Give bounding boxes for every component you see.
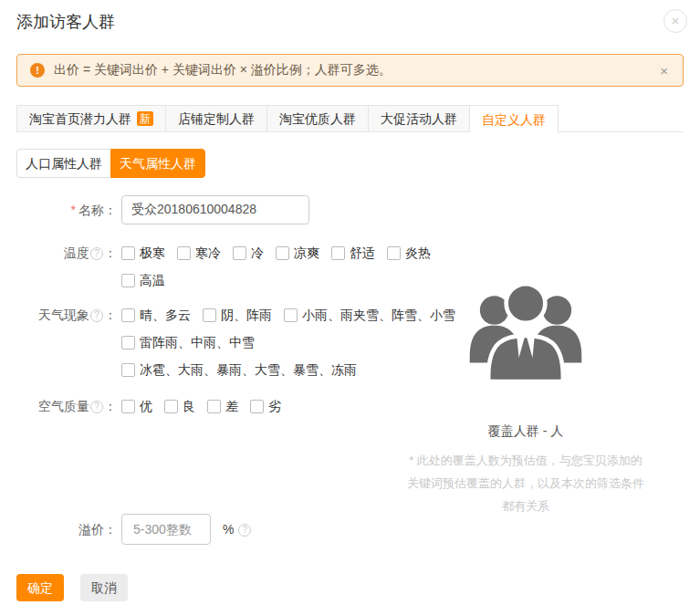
checkbox-option[interactable]: 良	[164, 397, 195, 415]
checkbox-option[interactable]: 优	[121, 397, 152, 415]
tab-custom-audience[interactable]: 自定义人群	[469, 105, 559, 132]
air-quality-label: 空气质量?：	[16, 397, 117, 415]
name-row: *名称：	[16, 195, 684, 224]
bid-notice-text: 出价 = 关键词出价 + 关键词出价 × 溢价比例；人群可多选。	[54, 62, 658, 78]
checkbox-icon[interactable]	[121, 274, 135, 287]
help-icon[interactable]: ?	[238, 524, 251, 537]
coverage-caption: 覆盖人群 - 人	[406, 423, 645, 440]
dialog-close-icon[interactable]: ×	[663, 9, 687, 33]
checkbox-option[interactable]: 舒适	[331, 244, 375, 262]
tab-label: 淘宝优质人群	[279, 106, 356, 131]
required-mark: *	[71, 203, 76, 217]
checkbox-option[interactable]: 炎热	[387, 244, 431, 262]
checkbox-icon[interactable]	[387, 246, 401, 260]
checkbox-option[interactable]: 寒冷	[177, 244, 221, 262]
checkbox-option[interactable]: 冰雹、大雨、暴雨、大雪、暴雪、冻雨	[121, 360, 357, 379]
checkbox-icon[interactable]	[121, 336, 135, 349]
checkbox-icon[interactable]	[177, 246, 191, 260]
checkbox-icon[interactable]	[250, 400, 264, 413]
premium-row: 溢价： % ?	[16, 514, 684, 545]
checkbox-icon[interactable]	[284, 308, 298, 322]
checkbox-option[interactable]: 差	[207, 397, 238, 415]
checkbox-icon[interactable]	[121, 400, 135, 413]
checkbox-option[interactable]: 阴、阵雨	[203, 306, 272, 324]
dialog-footer: 确定 取消	[16, 574, 684, 601]
percent-unit: %	[223, 522, 234, 537]
temperature-options-row-1: 极寒 寒冷 冷 凉爽 舒适 炎热	[121, 244, 431, 262]
checkbox-option[interactable]: 冷	[233, 244, 264, 262]
audience-tabs: 淘宝首页潜力人群 新 店铺定制人群 淘宝优质人群 大促活动人群 自定义人群	[16, 105, 684, 132]
tab-label: 店铺定制人群	[178, 106, 255, 131]
confirm-button[interactable]: 确定	[16, 574, 64, 601]
warning-icon: !	[30, 63, 45, 78]
help-icon[interactable]: ?	[90, 309, 103, 322]
checkbox-icon[interactable]	[331, 246, 345, 260]
checkbox-option[interactable]: 劣	[250, 397, 281, 415]
tab-label: 大促活动人群	[381, 106, 457, 131]
bid-notice-banner: ! 出价 = 关键词出价 + 关键词出价 × 溢价比例；人群可多选。 ×	[16, 54, 684, 87]
checkbox-icon[interactable]	[207, 400, 221, 413]
checkbox-icon[interactable]	[121, 363, 135, 377]
people-group-icon	[466, 274, 585, 381]
tab-shop-custom[interactable]: 店铺定制人群	[165, 105, 267, 131]
temperature-label: 温度?：	[16, 244, 117, 262]
add-visitor-audience-dialog: 添加访客人群 × ! 出价 = 关键词出价 + 关键词出价 × 溢价比例；人群可…	[0, 0, 700, 605]
checkbox-icon[interactable]	[233, 246, 246, 260]
close-icon: ×	[672, 13, 680, 28]
help-icon[interactable]: ?	[90, 247, 103, 260]
subtab-weather[interactable]: 天气属性人群	[110, 149, 205, 178]
air-quality-options: 优 良 差 劣	[121, 397, 281, 415]
name-label: *名称：	[16, 195, 117, 224]
new-badge: 新	[137, 111, 153, 126]
custom-audience-subtabs: 人口属性人群 天气属性人群	[16, 149, 205, 178]
help-icon[interactable]: ?	[90, 401, 103, 413]
banner-close-icon[interactable]: ×	[658, 63, 670, 78]
checkbox-option[interactable]: 高温	[121, 271, 165, 289]
temperature-options-row-2: 高温	[121, 271, 431, 289]
checkbox-option[interactable]: 凉爽	[276, 244, 319, 262]
subtab-demographic[interactable]: 人口属性人群	[16, 149, 111, 178]
page-title: 添加访客人群	[16, 11, 684, 33]
checkbox-icon[interactable]	[276, 246, 289, 260]
checkbox-option[interactable]: 极寒	[121, 244, 165, 262]
dialog-header: 添加访客人群 ×	[16, 11, 684, 33]
tab-label: 自定义人群	[482, 107, 546, 132]
checkbox-icon[interactable]	[121, 246, 135, 260]
checkbox-icon[interactable]	[121, 308, 135, 322]
checkbox-icon[interactable]	[164, 400, 178, 413]
tab-label: 淘宝首页潜力人群	[29, 106, 131, 131]
checkbox-option[interactable]: 晴、多云	[121, 306, 191, 324]
tab-taobao-homepage-potential[interactable]: 淘宝首页潜力人群 新	[16, 105, 166, 131]
tab-promo-event[interactable]: 大促活动人群	[368, 105, 470, 131]
checkbox-icon[interactable]	[203, 308, 216, 322]
weather-phenomenon-label: 天气现象?：	[16, 306, 117, 324]
premium-label: 溢价：	[16, 514, 117, 545]
tab-taobao-premium[interactable]: 淘宝优质人群	[266, 105, 369, 131]
audience-name-input[interactable]	[121, 195, 309, 224]
cancel-button[interactable]: 取消	[80, 574, 128, 601]
coverage-panel: 覆盖人群 - 人 * 此处的覆盖人数为预估值，与您宝贝添加的关键词预估覆盖的人群…	[406, 274, 645, 517]
coverage-note: * 此处的覆盖人数为预估值，与您宝贝添加的关键词预估覆盖的人群，以及本次的筛选条…	[406, 449, 645, 517]
premium-input[interactable]	[121, 514, 211, 545]
checkbox-option[interactable]: 雷阵雨、中雨、中雪	[121, 333, 255, 351]
